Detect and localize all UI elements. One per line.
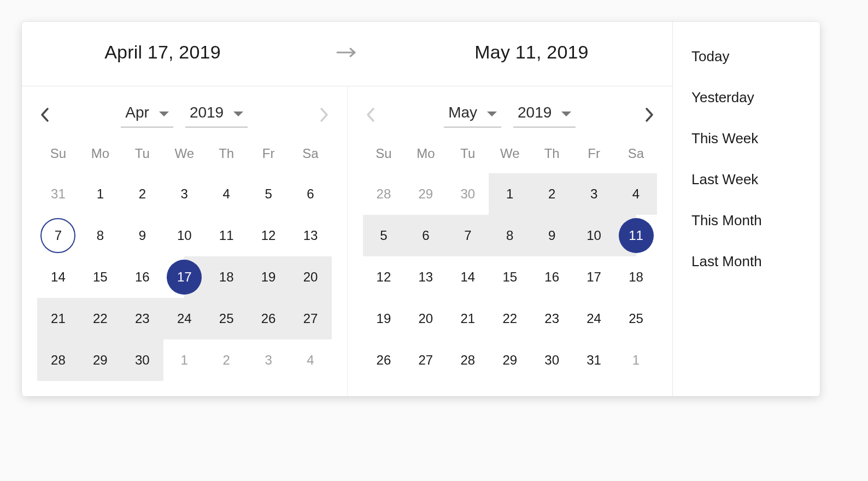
day-cell[interactable]: 16 <box>121 256 163 298</box>
day-cell[interactable]: 16 <box>531 256 573 298</box>
day-cell[interactable]: 14 <box>37 256 79 298</box>
day-number: 14 <box>40 260 75 295</box>
day-cell[interactable]: 22 <box>79 298 121 339</box>
day-cell[interactable]: 14 <box>447 256 489 298</box>
day-cell[interactable]: 13 <box>404 256 447 298</box>
day-cell[interactable]: 31 <box>573 339 615 381</box>
day-cell[interactable]: 1 <box>489 173 531 215</box>
day-cell[interactable]: 21 <box>447 298 489 339</box>
day-cell[interactable]: 29 <box>404 173 447 215</box>
day-cell[interactable]: 1 <box>163 339 206 381</box>
day-cell[interactable]: 25 <box>615 298 657 339</box>
day-cell[interactable]: 7 <box>447 215 489 256</box>
weekday-label: Tu <box>447 140 489 167</box>
prev-month-button[interactable] <box>34 104 56 128</box>
weekday-label: We <box>489 140 531 167</box>
day-cell[interactable]: 6 <box>290 173 332 215</box>
month-select[interactable]: Apr <box>121 102 173 127</box>
day-cell[interactable]: 31 <box>37 173 79 215</box>
day-number: 13 <box>408 260 443 295</box>
day-cell[interactable]: 18 <box>615 256 657 298</box>
day-cell[interactable]: 24 <box>573 298 615 339</box>
day-cell[interactable]: 27 <box>290 298 332 339</box>
day-cell[interactable]: 9 <box>531 215 573 256</box>
day-number: 17 <box>577 260 612 295</box>
day-cell[interactable]: 6 <box>404 215 447 256</box>
day-number: 7 <box>450 218 485 253</box>
day-cell[interactable]: 8 <box>79 215 121 256</box>
day-cell[interactable]: 26 <box>363 339 405 381</box>
day-cell[interactable]: 30 <box>121 339 163 381</box>
day-cell[interactable]: 4 <box>290 339 332 381</box>
preset-option[interactable]: This Month <box>673 200 820 241</box>
day-number: 3 <box>577 177 612 212</box>
day-cell[interactable]: 19 <box>363 298 405 339</box>
preset-option[interactable]: Yesterday <box>673 77 820 118</box>
day-cell[interactable]: 30 <box>447 173 489 215</box>
day-cell[interactable]: 4 <box>206 173 248 215</box>
day-cell[interactable]: 22 <box>489 298 531 339</box>
day-cell[interactable]: 30 <box>531 339 573 381</box>
day-cell[interactable]: 3 <box>163 173 206 215</box>
day-cell[interactable]: 29 <box>79 339 121 381</box>
day-cell[interactable]: 9 <box>121 215 163 256</box>
day-cell[interactable]: 10 <box>163 215 206 256</box>
day-number: 30 <box>535 343 570 378</box>
preset-option[interactable]: Last Month <box>673 241 820 282</box>
day-cell[interactable]: 28 <box>447 339 489 381</box>
day-cell[interactable]: 3 <box>573 173 615 215</box>
next-month-button <box>313 104 335 128</box>
day-cell[interactable]: 25 <box>206 298 248 339</box>
day-cell[interactable]: 1 <box>79 173 121 215</box>
day-cell[interactable]: 24 <box>163 298 206 339</box>
day-cell[interactable]: 13 <box>290 215 332 256</box>
day-cell[interactable]: 5 <box>363 215 405 256</box>
day-cell[interactable]: 3 <box>248 339 290 381</box>
day-cell[interactable]: 26 <box>248 298 290 339</box>
day-cell[interactable]: 7 <box>37 215 79 256</box>
day-cell[interactable]: 4 <box>615 173 657 215</box>
preset-option[interactable]: Last Week <box>673 159 820 200</box>
day-cell[interactable]: 17 <box>573 256 615 298</box>
next-month-button[interactable] <box>638 104 660 128</box>
day-cell[interactable]: 27 <box>404 339 447 381</box>
preset-option[interactable]: This Week <box>673 118 820 159</box>
day-cell[interactable]: 2 <box>531 173 573 215</box>
day-cell[interactable]: 11 <box>206 215 248 256</box>
month-select[interactable]: May <box>444 102 501 127</box>
day-cell[interactable]: 29 <box>489 339 531 381</box>
day-number: 29 <box>83 343 118 378</box>
day-cell[interactable]: 15 <box>489 256 531 298</box>
day-cell[interactable]: 2 <box>121 173 163 215</box>
day-cell[interactable]: 5 <box>248 173 290 215</box>
day-cell[interactable]: 19 <box>248 256 290 298</box>
day-cell[interactable]: 23 <box>121 298 163 339</box>
day-cell[interactable]: 15 <box>79 256 121 298</box>
day-cell[interactable]: 1 <box>615 339 657 381</box>
day-cell[interactable]: 28 <box>37 339 79 381</box>
day-cell[interactable]: 20 <box>404 298 447 339</box>
day-cell[interactable]: 18 <box>206 256 248 298</box>
day-cell[interactable]: 20 <box>290 256 332 298</box>
day-number: 22 <box>492 301 527 336</box>
day-number: 15 <box>83 260 118 295</box>
day-number: 28 <box>40 343 75 378</box>
day-cell[interactable]: 17 <box>163 256 206 298</box>
day-number: 5 <box>251 177 286 212</box>
day-cell[interactable]: 2 <box>206 339 248 381</box>
weekday-label: Tu <box>121 140 163 167</box>
day-number: 9 <box>535 218 570 253</box>
day-cell[interactable]: 12 <box>248 215 290 256</box>
day-cell[interactable]: 23 <box>531 298 573 339</box>
day-cell[interactable]: 8 <box>489 215 531 256</box>
preset-option[interactable]: Today <box>673 36 820 77</box>
weekday-label: Su <box>37 140 79 167</box>
day-cell[interactable]: 10 <box>573 215 615 256</box>
day-cell[interactable]: 11 <box>615 215 657 256</box>
end-date-label: May 11, 2019 <box>391 42 672 63</box>
year-select[interactable]: 2019 <box>513 102 576 127</box>
day-cell[interactable]: 21 <box>37 298 79 339</box>
year-select[interactable]: 2019 <box>185 102 248 127</box>
day-cell[interactable]: 28 <box>363 173 405 215</box>
day-cell[interactable]: 12 <box>363 256 405 298</box>
